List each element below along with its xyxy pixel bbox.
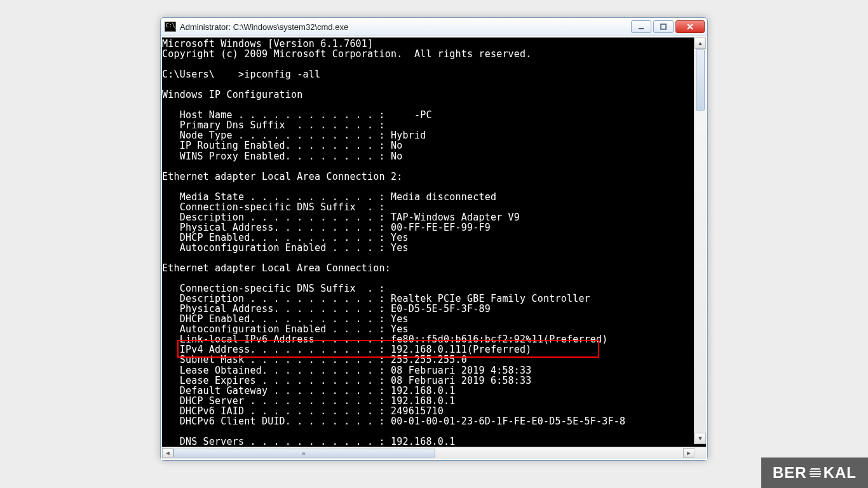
console-line: WINS Proxy Enabled. . . . . . . . : No: [162, 151, 706, 161]
scroll-left-arrow[interactable]: ◄: [162, 448, 173, 458]
console-line: Media State . . . . . . . . . . . : Medi…: [162, 192, 706, 202]
console-line: [162, 426, 706, 437]
console-line: Node Type . . . . . . . . . . . . : Hybr…: [162, 130, 706, 140]
console-line: DNS Servers . . . . . . . . . . . : 192.…: [162, 437, 706, 447]
console-line: [162, 100, 706, 110]
close-button[interactable]: [675, 20, 705, 33]
console-line: Windows IP Configuration: [162, 90, 706, 100]
vertical-scroll-thumb[interactable]: [696, 49, 705, 111]
console-line: Default Gateway . . . . . . . . . : 192.…: [162, 386, 706, 396]
console-line: [162, 182, 706, 192]
console-line: IPv4 Address. . . . . . . . . . . : 192.…: [162, 344, 706, 355]
watermark: BER KAL: [761, 458, 868, 488]
console-output[interactable]: Microsoft Windows [Version 6.1.7601]Copy…: [162, 37, 706, 447]
minimize-icon: [638, 24, 644, 30]
console-line: Copyright (c) 2009 Microsoft Corporation…: [162, 49, 706, 59]
scroll-right-arrow[interactable]: ►: [683, 448, 695, 458]
watermark-prefix: BER: [773, 464, 807, 482]
console-line: Ethernet adapter Local Area Connection 2…: [162, 172, 706, 182]
console-line: DHCP Server . . . . . . . . . . . : 192.…: [162, 396, 706, 406]
titlebar[interactable]: Administrator: C:\Windows\system32\cmd.e…: [161, 18, 707, 36]
vertical-scroll-track[interactable]: [695, 49, 706, 433]
console-line: Lease Expires . . . . . . . . . . : 08 F…: [162, 376, 706, 386]
watermark-suffix: KAL: [824, 464, 857, 482]
console-line: DHCPv6 IAID . . . . . . . . . . . : 2496…: [162, 406, 706, 416]
console-line: Autoconfiguration Enabled . . . . : Yes: [162, 324, 706, 334]
scroll-up-arrow[interactable]: ▲: [695, 37, 706, 49]
window-title: Administrator: C:\Windows\system32\cmd.e…: [180, 22, 631, 32]
console-line: [162, 161, 706, 172]
close-icon: [686, 24, 694, 30]
console-line: Link-local IPv6 Address . . . . . : fe80…: [162, 334, 706, 344]
console-line: Connection-specific DNS Suffix . :: [162, 283, 706, 294]
console-line: Subnet Mask . . . . . . . . . . . : 255.…: [162, 355, 706, 365]
console-line: DHCP Enabled. . . . . . . . . . . : Yes: [162, 233, 706, 243]
console-line: Description . . . . . . . . . . . : Real…: [162, 294, 706, 304]
console-line: Lease Obtained. . . . . . . . . . : 08 F…: [162, 365, 706, 376]
console-line: [162, 253, 706, 263]
console-line: Host Name . . . . . . . . . . . . : -PC: [162, 110, 706, 120]
minimize-button[interactable]: [631, 20, 651, 33]
cmd-window: Administrator: C:\Windows\system32\cmd.e…: [160, 17, 708, 461]
console-line: Ethernet adapter Local Area Connection:: [162, 263, 706, 273]
console-line: [162, 59, 706, 69]
console-line: Primary Dns Suffix . . . . . . . :: [162, 120, 706, 130]
console-line: DHCP Enabled. . . . . . . . . . . : Yes: [162, 314, 706, 324]
horizontal-scroll-thumb[interactable]: ≡: [173, 449, 435, 458]
svg-rect-1: [661, 24, 666, 29]
horizontal-scroll-track[interactable]: ≡: [173, 447, 683, 459]
console-line: IP Routing Enabled. . . . . . . . : No: [162, 140, 706, 151]
console-line: Connection-specific DNS Suffix . :: [162, 202, 706, 212]
console-line: Physical Address. . . . . . . . . : E0-D…: [162, 304, 706, 314]
console-line: Autoconfiguration Enabled . . . . : Yes: [162, 243, 706, 253]
scroll-down-arrow[interactable]: ▼: [695, 433, 706, 444]
brain-icon: [808, 466, 822, 480]
console-line: DHCPv6 Client DUID. . . . . . . . : 00-0…: [162, 416, 706, 426]
maximize-icon: [660, 24, 667, 30]
console-line: [162, 79, 706, 90]
console-line: C:\Users\ >ipconfig -all: [162, 69, 706, 79]
console-line: [162, 273, 706, 283]
console-line: Description . . . . . . . . . . . : TAP-…: [162, 212, 706, 222]
vertical-scrollbar[interactable]: ▲ ▼: [694, 37, 706, 444]
console-line: Microsoft Windows [Version 6.1.7601]: [162, 39, 706, 49]
svg-rect-0: [639, 28, 644, 29]
console-line: Physical Address. . . . . . . . . : 00-F…: [162, 222, 706, 233]
console-client-area: Microsoft Windows [Version 6.1.7601]Copy…: [161, 36, 707, 460]
cmd-icon: [165, 22, 176, 32]
maximize-button[interactable]: [653, 20, 674, 33]
scrollbar-corner: [694, 447, 706, 459]
horizontal-scrollbar[interactable]: ◄ ≡ ►: [162, 447, 695, 459]
window-controls: [631, 20, 705, 33]
